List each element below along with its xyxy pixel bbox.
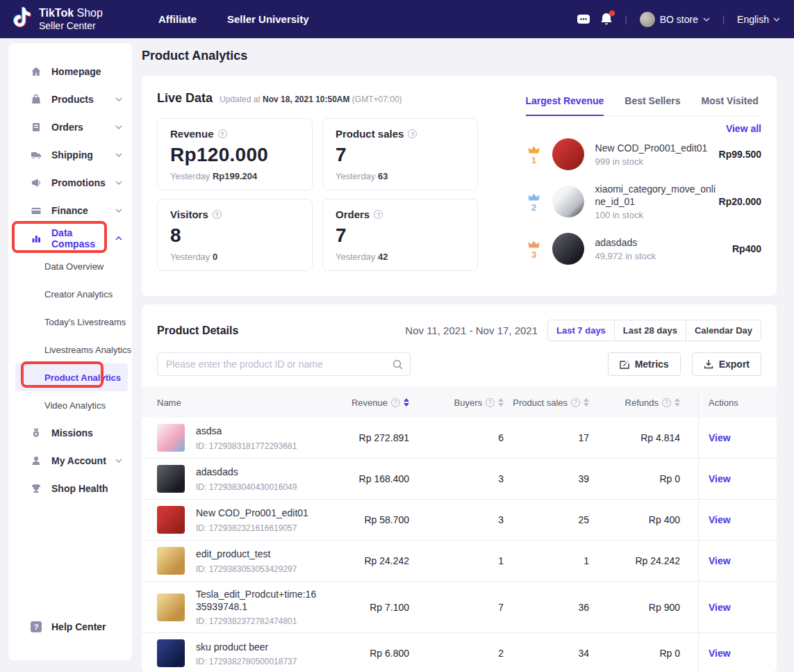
view-link[interactable]: View — [709, 473, 731, 484]
sidebar-item-promotions[interactable]: Promotions — [8, 169, 132, 197]
store-menu[interactable]: BO store — [640, 12, 710, 27]
view-link[interactable]: View — [709, 648, 731, 659]
range-button-calendar-day[interactable]: Calendar Day — [686, 320, 761, 341]
revenue-value: Rp120.000 — [170, 144, 299, 166]
product-image — [157, 506, 185, 534]
person-icon — [31, 455, 42, 466]
product-search-box[interactable] — [157, 352, 411, 376]
home-icon — [31, 66, 42, 77]
brand-text: TikTok Shop Seller Center — [39, 7, 103, 31]
product-name: edit_product_test — [196, 548, 297, 560]
date-range-label: Nov 11, 2021 - Nov 17, 2021 — [405, 325, 538, 336]
table-row: adasdads ID: 1729383040430016049 Rp 168.… — [142, 459, 777, 500]
sidebar-subitem-video-analytics[interactable]: Video Analytics — [8, 391, 132, 419]
buyers-cell: 3 — [409, 473, 504, 484]
view-all-link[interactable]: View all — [526, 123, 761, 134]
help-circle-icon[interactable] — [213, 210, 222, 219]
sidebar-item-finance[interactable]: Finance — [8, 197, 132, 224]
metrics-button[interactable]: Metrics — [608, 352, 681, 376]
sidebar-item-my-account[interactable]: My Account — [8, 447, 132, 475]
revenue-cell: Rp 58.700 — [326, 514, 409, 525]
crown-icon-blue: 2 — [526, 191, 543, 213]
sidebar-subitem-data-overview[interactable]: Data Overview — [8, 252, 132, 280]
chat-icon[interactable] — [577, 13, 590, 26]
chevron-down-icon — [773, 17, 780, 22]
live-data-card: Live Data Updated at Nov 18, 2021 10:50A… — [142, 76, 777, 296]
product-revenue: Rp20.000 — [719, 196, 761, 207]
product-image — [552, 233, 584, 265]
refunds-cell: Rp 400 — [589, 514, 698, 525]
view-link[interactable]: View — [709, 602, 731, 613]
product-id: ID: 1729382780500018737 — [196, 657, 297, 666]
help-circle-icon — [571, 398, 580, 407]
nav-link-seller-university[interactable]: Seller University — [227, 13, 309, 25]
column-header-product-sales[interactable]: Product sales — [504, 398, 589, 408]
chevron-down-icon — [115, 125, 122, 129]
product-image — [157, 465, 185, 493]
tiktok-logo-icon — [11, 6, 32, 33]
brand-logo[interactable]: TikTok Shop Seller Center — [0, 6, 147, 33]
sidebar-item-missions[interactable]: Missions — [8, 419, 132, 447]
sidebar-item-orders[interactable]: Orders — [8, 113, 132, 141]
trophy-icon — [31, 483, 42, 494]
tab-largest-revenue[interactable]: Largest Revenue — [526, 95, 604, 116]
store-name: BO store — [660, 14, 698, 25]
refunds-cell: Rp 0 — [589, 648, 698, 659]
sort-icon — [584, 398, 589, 407]
product-id: ID: 1729382372782474801 — [196, 616, 319, 626]
view-link[interactable]: View — [709, 432, 731, 443]
product-sales-cell: 39 — [504, 473, 589, 484]
buyers-cell: 2 — [409, 648, 504, 659]
sidebar-item-products[interactable]: Products — [8, 85, 132, 113]
refunds-cell: Rp 4.814 — [589, 432, 698, 443]
rank-item[interactable]: 3 adasdads 49,972 in stock Rp400 — [526, 233, 761, 265]
sidebar-item-homepage[interactable]: Homepage — [8, 58, 132, 85]
column-header-buyers[interactable]: Buyers — [409, 398, 504, 408]
product-search-input[interactable] — [166, 359, 392, 370]
help-icon — [31, 621, 42, 632]
help-circle-icon[interactable] — [218, 129, 227, 138]
help-circle-icon[interactable] — [408, 129, 417, 138]
product-name: Tesla_edit_Prodcut+time:1635939748.1 — [196, 588, 319, 613]
nav-link-affiliate[interactable]: Affiliate — [158, 13, 197, 25]
table-row: sku product beer ID: 1729382780500018737… — [142, 633, 777, 672]
column-header-revenue[interactable]: Revenue — [326, 398, 409, 408]
rank-item[interactable]: 1 New COD_Pro001_edit01 999 in stock Rp9… — [526, 138, 761, 170]
range-button-last-28-days[interactable]: Last 28 days — [614, 320, 686, 341]
sidebar-subitem-creator-analytics[interactable]: Creator Analytics — [8, 280, 132, 308]
product-sales-cell: 25 — [504, 514, 589, 525]
product-stock: 49,972 in stock — [595, 251, 719, 261]
sidebar-item-shop-health[interactable]: Shop Health — [8, 475, 132, 502]
crown-icon-gold: 1 — [526, 144, 543, 165]
help-center-link[interactable]: Help Center — [8, 614, 132, 639]
product-details-title: Product Details — [157, 325, 238, 337]
truck-icon — [31, 149, 42, 161]
document-icon — [31, 122, 42, 133]
range-button-last-7-days[interactable]: Last 7 days — [547, 320, 615, 341]
sidebar-item-shipping[interactable]: Shipping — [8, 141, 132, 169]
product-sales-cell: 1 — [504, 555, 589, 566]
stat-card-orders: Orders 7 Yesterday 42 — [322, 199, 478, 271]
notification-bell-icon[interactable] — [600, 13, 613, 26]
sidebar-subitem-product-analytics[interactable]: Product Analytics — [15, 363, 128, 391]
live-data-title: Live Data — [157, 91, 213, 106]
sidebar-subitem-todays-livestreams[interactable]: Today's Livestreams — [8, 308, 132, 336]
edit-square-icon — [620, 359, 629, 369]
product-image — [157, 593, 185, 621]
rank-item[interactable]: 2 xiaomi_category_move_online_id_01 100 … — [526, 183, 761, 220]
sidebar-item-data-compass[interactable]: Data Compass — [8, 224, 132, 252]
help-circle-icon[interactable] — [374, 210, 383, 219]
chevron-down-icon — [115, 459, 122, 463]
tab-most-visited[interactable]: Most Visited — [702, 95, 759, 115]
tab-best-sellers[interactable]: Best Sellers — [625, 95, 680, 115]
top-products-panel: Largest Revenue Best Sellers Most Visite… — [526, 91, 761, 281]
sidebar-subitem-livestreams-analytics[interactable]: Livestreams Analytics — [8, 336, 132, 363]
revenue-cell: Rp 7.100 — [326, 602, 409, 613]
medal-icon — [31, 427, 42, 439]
language-selector[interactable]: English — [737, 14, 780, 25]
view-link[interactable]: View — [709, 555, 731, 566]
view-link[interactable]: View — [709, 514, 731, 525]
product-id: ID: 1729382321616619057 — [196, 523, 308, 533]
export-button[interactable]: Export — [692, 352, 761, 376]
column-header-refunds[interactable]: Refunds — [589, 398, 698, 408]
